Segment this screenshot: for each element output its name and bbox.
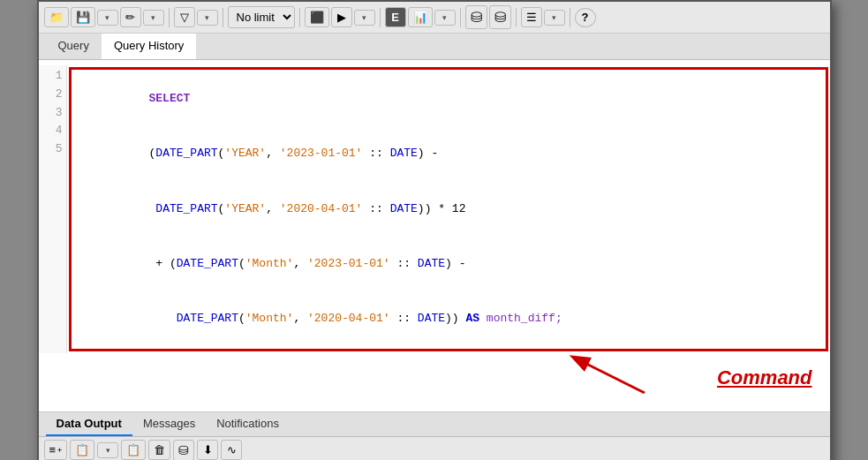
graph-button[interactable]: ∿ [221, 440, 242, 460]
main-window: 📁 💾 ▾ ✏ ▾ ▽ ▾ No limit ⬛ ▶ ▾ E 📊 ▾ ⛁ ⛁ ☰… [37, 0, 832, 460]
toolbar-separator-2 [223, 8, 223, 27]
code-editor[interactable]: 1 2 3 4 5 SELECT (DATE_PART('YEAR', '202… [39, 65, 830, 353]
output-toolbar: ≡+ 📋 ▾ 📋 🗑 ⛁ ⬇ ∿ [39, 437, 830, 460]
toolbar-separator-6 [516, 8, 517, 27]
tab-messages[interactable]: Messages [132, 412, 206, 436]
filter-dropdown-button[interactable]: ▾ [197, 10, 218, 26]
no-limit-select[interactable]: No limit [228, 6, 295, 28]
add-row-button[interactable]: ≡+ [44, 440, 68, 460]
toolbar-separator-1 [169, 8, 170, 27]
copy-dropdown-button[interactable]: ▾ [97, 442, 118, 458]
run-button[interactable]: ▶ [331, 7, 352, 27]
edit-dropdown-button[interactable]: ▾ [143, 10, 164, 26]
explain-button[interactable]: E [385, 7, 406, 27]
main-toolbar: 📁 💾 ▾ ✏ ▾ ▽ ▾ No limit ⬛ ▶ ▾ E 📊 ▾ ⛁ ⛁ ☰… [39, 2, 830, 34]
help-button[interactable]: ? [575, 8, 596, 27]
list-button[interactable]: ☰ [521, 7, 542, 27]
code-line-2: (DATE_PART('YEAR', '2023-01-01' :: DATE)… [80, 126, 817, 181]
command-annotation: Command [717, 366, 812, 389]
code-line-5: DATE_PART('Month', '2020-04-01' :: DATE)… [80, 292, 817, 347]
toolbar-separator-3 [299, 8, 300, 27]
edit-button[interactable]: ✏ [120, 7, 141, 27]
stack2-button[interactable]: ⛁ [489, 5, 511, 29]
db-connect-button[interactable]: ⛁ [173, 440, 194, 460]
run-dropdown-button[interactable]: ▾ [354, 10, 375, 26]
code-line-1: SELECT [80, 72, 817, 126]
command-arrow-svg [556, 344, 662, 397]
stack1-button[interactable]: ⛁ [465, 5, 487, 29]
code-line-4: + (DATE_PART('Month', '2023-01-01' :: DA… [80, 237, 817, 291]
tab-query-history[interactable]: Query History [102, 34, 196, 59]
keyword-select: SELECT [149, 92, 191, 105]
download-button[interactable]: ⬇ [197, 440, 218, 460]
filter-button[interactable]: ▽ [174, 7, 195, 27]
save-button[interactable]: 💾 [71, 7, 95, 27]
list-dropdown-button[interactable]: ▾ [544, 10, 565, 26]
output-tabs-bar: Data Output Messages Notifications [39, 412, 830, 437]
open-folder-button[interactable]: 📁 [44, 7, 69, 27]
stop-button[interactable]: ⬛ [305, 7, 329, 27]
code-content[interactable]: SELECT (DATE_PART('YEAR', '2023-01-01' :… [69, 67, 828, 351]
code-line-3: DATE_PART('YEAR', '2020-04-01' :: DATE))… [80, 182, 817, 237]
toolbar-separator-4 [380, 8, 381, 27]
paste-button[interactable]: 📋 [121, 440, 146, 460]
toolbar-separator-7 [570, 8, 570, 27]
annotation-container: Command [39, 353, 830, 406]
code-func: DATE_PART [155, 147, 217, 160]
delete-button[interactable]: 🗑 [148, 440, 170, 460]
copy-button[interactable]: 📋 [70, 440, 94, 460]
line-numbers: 1 2 3 4 5 [39, 65, 67, 353]
save-dropdown-button[interactable]: ▾ [97, 10, 118, 26]
tab-query[interactable]: Query [46, 34, 102, 59]
toolbar-separator-5 [460, 8, 461, 27]
tab-data-output[interactable]: Data Output [46, 412, 132, 436]
chart-button[interactable]: 📊 [408, 7, 433, 27]
svg-line-1 [574, 358, 645, 393]
chart-dropdown-button[interactable]: ▾ [434, 10, 456, 26]
query-tabs-bar: Query Query History [39, 34, 830, 60]
sql-editor-area: 1 2 3 4 5 SELECT (DATE_PART('YEAR', '202… [39, 60, 830, 412]
tab-notifications[interactable]: Notifications [206, 412, 290, 436]
